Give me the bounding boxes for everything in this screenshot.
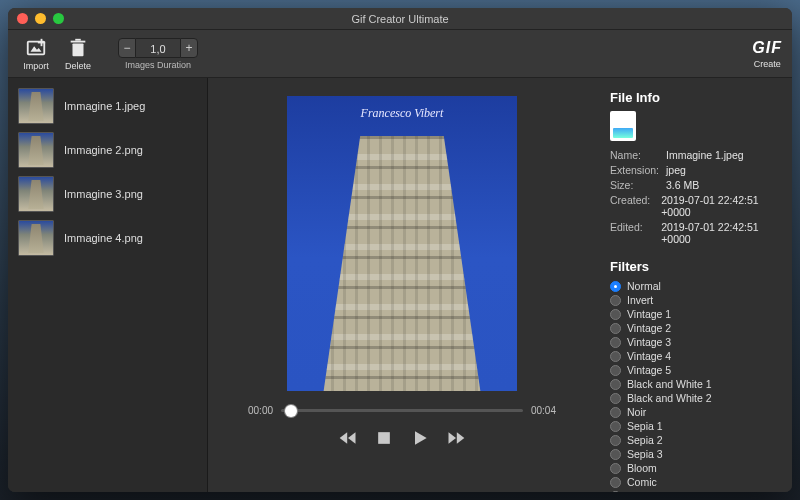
radio-icon xyxy=(610,491,621,492)
filter-option-edges[interactable]: Edges xyxy=(610,490,780,492)
filter-option-black-and-white-1[interactable]: Black and White 1 xyxy=(610,378,780,391)
forward-button[interactable] xyxy=(446,428,466,448)
main-content: Immagine 1.jpegImmagine 2.pngImmagine 3.… xyxy=(8,78,792,492)
svg-rect-6 xyxy=(75,38,81,40)
filter-label: Sepia 2 xyxy=(627,434,663,447)
info-size-value: 3.6 MB xyxy=(666,179,699,191)
duration-stepper: − 1,0 + Images Duration xyxy=(118,38,198,70)
sidebar-item-2[interactable]: Immagine 3.png xyxy=(8,172,207,216)
duration-decrement-button[interactable]: − xyxy=(118,38,136,58)
radio-icon xyxy=(610,393,621,404)
info-edited-key: Edited: xyxy=(610,221,661,245)
svg-rect-5 xyxy=(71,40,86,42)
playback-controls xyxy=(338,428,466,448)
stop-button[interactable] xyxy=(374,428,394,448)
filter-label: Comic xyxy=(627,476,657,489)
svg-marker-1 xyxy=(31,46,42,52)
filter-option-vintage-3[interactable]: Vintage 3 xyxy=(610,336,780,349)
info-panel: File Info Name:Immagine 1.jpeg Extension… xyxy=(596,78,792,492)
titlebar[interactable]: Gif Creator Ultimate xyxy=(8,8,792,30)
toolbar: Import Delete − 1,0 + Images Duration GI… xyxy=(8,30,792,78)
filter-option-vintage-1[interactable]: Vintage 1 xyxy=(610,308,780,321)
filter-option-noir[interactable]: Noir xyxy=(610,406,780,419)
play-button[interactable] xyxy=(410,428,430,448)
filter-label: Black and White 2 xyxy=(627,392,712,405)
thumbnail-icon xyxy=(18,220,54,256)
filter-label: Black and White 1 xyxy=(627,378,712,391)
thumbnail-label: Immagine 4.png xyxy=(64,232,143,244)
gif-logo-icon: GIF xyxy=(752,39,782,57)
radio-icon xyxy=(610,323,621,334)
radio-icon xyxy=(610,421,621,432)
timeline-knob[interactable] xyxy=(285,405,297,417)
time-end: 00:04 xyxy=(531,405,556,416)
filter-option-black-and-white-2[interactable]: Black and White 2 xyxy=(610,392,780,405)
svg-rect-3 xyxy=(38,41,45,43)
app-window: Gif Creator Ultimate Import Delete − 1,0… xyxy=(8,8,792,492)
filter-label: Normal xyxy=(627,280,661,293)
create-label: Create xyxy=(754,59,781,69)
image-preview: Francesco Vibert xyxy=(287,96,517,391)
filter-option-vintage-4[interactable]: Vintage 4 xyxy=(610,350,780,363)
filter-label: Vintage 3 xyxy=(627,336,671,349)
preview-area: Francesco Vibert 00:00 00:04 xyxy=(208,78,596,492)
info-created-key: Created: xyxy=(610,194,661,218)
radio-icon xyxy=(610,295,621,306)
filter-label: Vintage 4 xyxy=(627,350,671,363)
preview-image-content: Francesco Vibert xyxy=(287,96,517,391)
create-gif-button[interactable]: GIF Create xyxy=(752,39,782,69)
filter-option-sepia-3[interactable]: Sepia 3 xyxy=(610,448,780,461)
filter-option-vintage-2[interactable]: Vintage 2 xyxy=(610,322,780,335)
info-size-key: Size: xyxy=(610,179,666,191)
import-label: Import xyxy=(23,61,49,71)
info-edited-value: 2019-07-01 22:42:51 +0000 xyxy=(661,221,780,245)
trash-icon xyxy=(67,37,89,59)
sidebar-item-0[interactable]: Immagine 1.jpeg xyxy=(8,84,207,128)
filter-option-normal[interactable]: Normal xyxy=(610,280,780,293)
svg-marker-11 xyxy=(449,432,457,444)
info-ext-value: jpeg xyxy=(666,164,686,176)
svg-marker-8 xyxy=(348,432,356,444)
filter-label: Sepia 1 xyxy=(627,420,663,433)
thumbnail-icon xyxy=(18,88,54,124)
radio-icon xyxy=(610,309,621,320)
thumbnail-label: Immagine 2.png xyxy=(64,144,143,156)
rewind-button[interactable] xyxy=(338,428,358,448)
radio-icon xyxy=(610,365,621,376)
thumbnail-label: Immagine 1.jpeg xyxy=(64,100,145,112)
filter-option-comic[interactable]: Comic xyxy=(610,476,780,489)
radio-icon xyxy=(610,379,621,390)
file-type-icon xyxy=(610,111,636,141)
delete-button[interactable]: Delete xyxy=(60,37,96,71)
import-button[interactable]: Import xyxy=(18,37,54,71)
thumbnail-icon xyxy=(18,132,54,168)
svg-marker-10 xyxy=(415,431,427,444)
timeline-track[interactable] xyxy=(281,409,523,412)
radio-icon xyxy=(610,435,621,446)
timeline: 00:00 00:04 xyxy=(218,405,586,416)
filter-option-bloom[interactable]: Bloom xyxy=(610,462,780,475)
filter-label: Vintage 5 xyxy=(627,364,671,377)
sidebar-item-1[interactable]: Immagine 2.png xyxy=(8,128,207,172)
svg-rect-9 xyxy=(378,432,390,444)
radio-icon xyxy=(610,351,621,362)
watermark-text: Francesco Vibert xyxy=(287,106,517,121)
filter-option-sepia-1[interactable]: Sepia 1 xyxy=(610,420,780,433)
filter-label: Edges xyxy=(627,490,657,492)
info-created-value: 2019-07-01 22:42:51 +0000 xyxy=(661,194,780,218)
filter-option-sepia-2[interactable]: Sepia 2 xyxy=(610,434,780,447)
svg-marker-7 xyxy=(340,432,348,444)
duration-label: Images Duration xyxy=(125,60,191,70)
filter-option-invert[interactable]: Invert xyxy=(610,294,780,307)
radio-icon xyxy=(610,477,621,488)
duration-increment-button[interactable]: + xyxy=(180,38,198,58)
filter-option-vintage-5[interactable]: Vintage 5 xyxy=(610,364,780,377)
sidebar-item-3[interactable]: Immagine 4.png xyxy=(8,216,207,260)
delete-label: Delete xyxy=(65,61,91,71)
thumbnail-label: Immagine 3.png xyxy=(64,188,143,200)
import-image-icon xyxy=(25,37,47,59)
radio-icon xyxy=(610,407,621,418)
thumbnail-icon xyxy=(18,176,54,212)
thumbnail-sidebar[interactable]: Immagine 1.jpegImmagine 2.pngImmagine 3.… xyxy=(8,78,208,492)
filter-label: Bloom xyxy=(627,462,657,475)
